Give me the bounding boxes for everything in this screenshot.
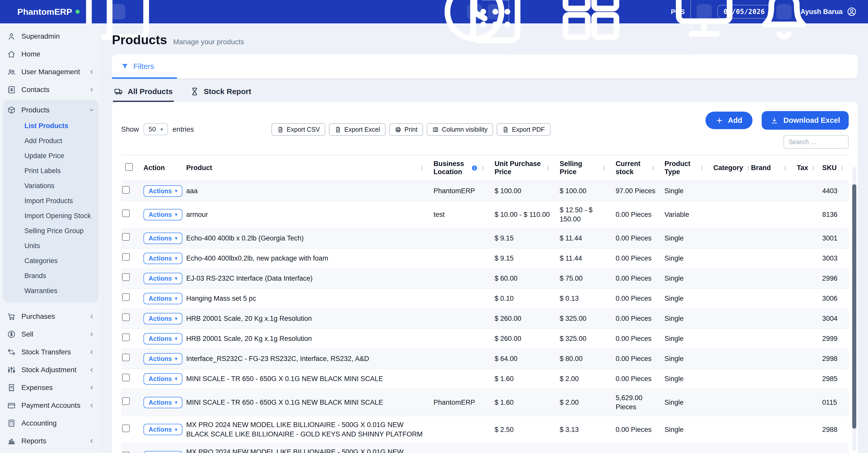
- cell-product_type: Single: [660, 389, 709, 416]
- row-actions-button[interactable]: Actions▾: [144, 253, 182, 264]
- cell-category: [709, 309, 747, 329]
- sidebar-item-import-products[interactable]: Import Products: [3, 193, 99, 208]
- row-checkbox[interactable]: [122, 314, 130, 321]
- cell-sku: 0118: [818, 443, 849, 453]
- add-button[interactable]: Add: [706, 111, 752, 129]
- page-size-select[interactable]: 50 ▾: [144, 123, 168, 135]
- row-checkbox[interactable]: [122, 233, 130, 241]
- row-actions-button[interactable]: Actions▾: [144, 451, 182, 453]
- column-header-product-type[interactable]: Product Type: [660, 155, 709, 181]
- chevron-left-icon: [89, 402, 95, 409]
- sidebar-item-selling-price-group[interactable]: Selling Price Group: [3, 223, 99, 238]
- row-actions-button[interactable]: Actions▾: [144, 397, 182, 408]
- scrollbar-thumb[interactable]: [852, 184, 856, 429]
- calculator-button[interactable]: [488, 4, 503, 19]
- sidebar-item-stock-transfers[interactable]: Stock Transfers: [0, 343, 102, 361]
- show-label: Show: [121, 125, 139, 133]
- sidebar-item-add-product[interactable]: Add Product: [3, 133, 99, 149]
- sidebar-item-sell[interactable]: Sell: [0, 325, 102, 343]
- sidebar-item-purchases[interactable]: Purchases: [0, 308, 102, 325]
- row-actions-button[interactable]: Actions▾: [144, 313, 182, 324]
- sidebar-item-list-products[interactable]: List Products: [3, 119, 99, 133]
- download-excel-button[interactable]: Download Excel: [762, 111, 849, 130]
- sidebar-item-reports[interactable]: Reports: [0, 432, 102, 450]
- cell-location: [429, 309, 491, 329]
- caret-down-icon: ▾: [175, 256, 177, 261]
- select-all-checkbox[interactable]: [125, 163, 133, 171]
- export-excel-button[interactable]: Export Excel: [329, 123, 385, 136]
- row-checkbox[interactable]: [122, 253, 130, 261]
- table-scrollbar[interactable]: [852, 167, 856, 451]
- sidebar-item-products[interactable]: Products: [3, 101, 99, 119]
- column-header-selling-price[interactable]: Selling Price: [556, 155, 612, 181]
- cell-location: [429, 248, 491, 268]
- sidebar-toggle-button[interactable]: [110, 4, 125, 19]
- sidebar-item-payment-accounts[interactable]: Payment Accounts: [0, 396, 102, 414]
- cell-category: [709, 416, 747, 443]
- row-checkbox[interactable]: [122, 186, 130, 194]
- sidebar-item-user-management[interactable]: User Management: [0, 63, 102, 81]
- row-actions-button[interactable]: Actions▾: [144, 209, 182, 220]
- notifications-button[interactable]: [776, 4, 792, 19]
- column-visibility-button[interactable]: Column visibility: [427, 123, 493, 136]
- cell-tax: [793, 201, 818, 228]
- export-pdf-button[interactable]: Export PDF: [497, 123, 550, 136]
- row-checkbox[interactable]: [122, 273, 130, 281]
- sidebar-item-warranties[interactable]: Warranties: [3, 284, 99, 298]
- print-button[interactable]: Print: [389, 123, 423, 136]
- sidebar-item-brands[interactable]: Brands: [3, 268, 99, 284]
- column-header-category[interactable]: Category: [709, 155, 747, 181]
- sidebar-item-expenses[interactable]: Expenses: [0, 379, 102, 396]
- cell-selling_price: $ 75.00: [556, 268, 612, 289]
- row-actions-button[interactable]: Actions▾: [144, 185, 182, 197]
- cell-current_stock: 0.00 Pieces: [612, 268, 660, 289]
- row-actions-button[interactable]: Actions▾: [144, 424, 182, 435]
- sidebar-item-update-price[interactable]: Update Price: [3, 149, 99, 163]
- button-label: Actions: [149, 335, 172, 343]
- row-actions-button[interactable]: Actions▾: [144, 233, 182, 244]
- export-csv-button[interactable]: Export CSV: [272, 123, 326, 136]
- column-header-unit-purchase-price[interactable]: Unit Purchase Price: [491, 155, 556, 181]
- column-header-product[interactable]: Product: [182, 155, 429, 181]
- tab-all-products[interactable]: All Products: [113, 87, 174, 102]
- cell-location: [429, 289, 491, 309]
- sidebar-item-stock-adjustment[interactable]: Stock Adjustment: [0, 361, 102, 379]
- tab-stock-report[interactable]: Stock Report: [189, 87, 252, 102]
- sidebar-item-units[interactable]: Units: [3, 238, 99, 254]
- row-checkbox[interactable]: [122, 293, 130, 301]
- sidebar-item-label: User Management: [21, 68, 80, 76]
- column-header-business-location[interactable]: Business Location: [429, 155, 491, 181]
- sidebar-item-import-opening-stock[interactable]: Import Opening Stock: [3, 208, 99, 223]
- sidebar-item-print-labels[interactable]: Print Labels: [3, 163, 99, 179]
- row-checkbox[interactable]: [122, 397, 130, 405]
- row-actions-button[interactable]: Actions▾: [144, 333, 182, 345]
- row-checkbox[interactable]: [122, 374, 130, 381]
- sidebar-group-products: ProductsList ProductsAdd ProductUpdate P…: [3, 100, 99, 302]
- column-header-brand[interactable]: Brand: [747, 155, 793, 181]
- download-icon: [770, 117, 778, 125]
- column-header-sku[interactable]: SKU: [818, 155, 849, 181]
- search-input[interactable]: [783, 135, 849, 149]
- row-checkbox[interactable]: [122, 354, 130, 361]
- column-header-tax[interactable]: Tax: [793, 155, 818, 181]
- row-actions-button[interactable]: Actions▾: [144, 293, 182, 304]
- row-checkbox[interactable]: [122, 333, 130, 341]
- sidebar-item-accounting[interactable]: Accounting: [0, 414, 102, 432]
- filters-panel[interactable]: Filters: [112, 55, 858, 79]
- sidebar-item-contacts[interactable]: Contacts: [0, 81, 102, 99]
- cell-category: [709, 443, 747, 453]
- user-menu[interactable]: Ayush Barua: [797, 6, 860, 17]
- sidebar-item-categories[interactable]: Categories: [3, 254, 99, 268]
- sidebar-item-variations[interactable]: Variations: [3, 179, 99, 193]
- column-header-current-stock[interactable]: Current stock: [612, 155, 660, 181]
- cell-brand: [747, 201, 793, 228]
- sidebar-item-superadmin[interactable]: Superadmin: [0, 28, 102, 45]
- cell-sku: 2999: [818, 329, 849, 349]
- row-actions-button[interactable]: Actions▾: [144, 353, 182, 364]
- row-checkbox[interactable]: [122, 209, 130, 217]
- sidebar-item-home[interactable]: Home: [0, 45, 102, 63]
- row-actions-button[interactable]: Actions▾: [144, 273, 182, 284]
- row-actions-button[interactable]: Actions▾: [144, 373, 182, 385]
- row-checkbox[interactable]: [122, 452, 130, 453]
- row-checkbox[interactable]: [122, 424, 130, 432]
